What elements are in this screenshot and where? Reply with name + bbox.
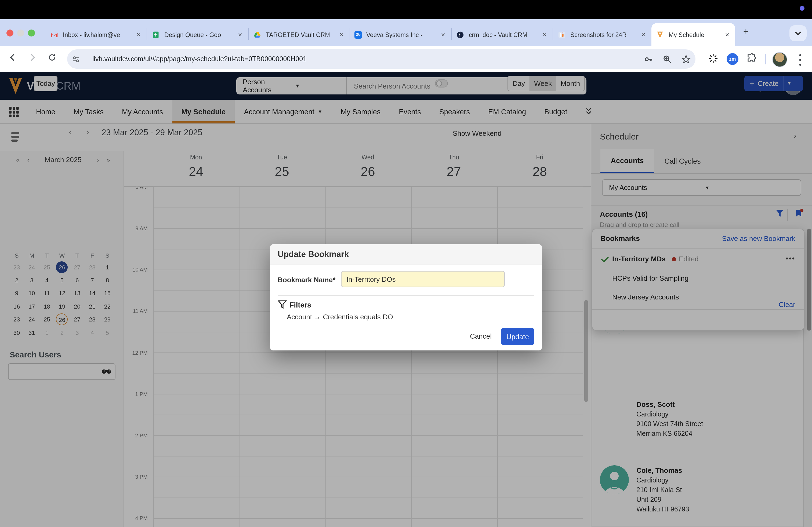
zoom-extension-label: zm <box>729 56 736 62</box>
calendar-day-number: 26 <box>356 32 361 37</box>
tab-close-icon[interactable]: × <box>541 31 548 39</box>
password-key-icon[interactable] <box>644 55 653 64</box>
tab-close-icon[interactable]: × <box>723 31 731 39</box>
tab-close-icon[interactable]: × <box>236 31 244 39</box>
filters-funnel-icon <box>278 300 287 311</box>
bookmark-name-input[interactable] <box>341 271 505 287</box>
url-text[interactable]: livh.vaultdev.com/ui/#app/page/my-schedu… <box>92 55 639 63</box>
browser-tab-my-schedule-active[interactable]: My Schedule × <box>651 23 735 46</box>
forward-button[interactable] <box>28 53 37 64</box>
filter-rule-text: Account → Credentials equals DO <box>287 313 393 321</box>
vault-doc-icon <box>456 30 465 39</box>
google-sheets-icon <box>151 30 160 39</box>
recording-indicator-dot <box>800 6 804 11</box>
new-tab-button[interactable]: + <box>743 26 749 37</box>
zoom-page-icon[interactable] <box>663 55 672 64</box>
window-zoom-button[interactable] <box>28 30 35 36</box>
tab-title: Veeva Systems Inc - <box>366 31 436 38</box>
browser-menu-icon[interactable]: ••• <box>797 52 803 67</box>
tab-search-chevron-button[interactable] <box>789 25 807 41</box>
browser-tab-screenshots[interactable]: Screenshots for 24R × <box>553 23 651 46</box>
window-minimize-button[interactable] <box>17 30 24 36</box>
bookmark-star-icon[interactable] <box>682 55 691 64</box>
browser-profile-avatar[interactable] <box>772 52 787 67</box>
browser-tab-targeted-vault[interactable]: TARGETED Vault CRM × <box>249 23 350 46</box>
tab-close-icon[interactable]: × <box>135 31 142 39</box>
browser-tab-inbox[interactable]: Inbox - liv.halom@ve × <box>46 23 147 46</box>
macos-menubar <box>0 0 812 19</box>
extensions-puzzle-icon[interactable] <box>746 53 757 66</box>
google-calendar-icon: 26 <box>354 31 362 39</box>
gmail-icon <box>50 30 59 39</box>
modal-title: Update Bookmark <box>278 250 349 259</box>
extension-spinner-icon[interactable] <box>708 53 719 66</box>
browser-tab-veeva-systems[interactable]: 26 Veeva Systems Inc - × <box>350 23 451 46</box>
tab-title: TARGETED Vault CRM <box>266 31 335 38</box>
filters-label: Filters <box>289 301 311 309</box>
vault-crm-app: Vault CRM Person Accounts ▼ <box>0 72 812 527</box>
tab-title: crm_doc - Vault CRM <box>469 31 538 38</box>
google-drive-icon <box>253 30 262 39</box>
tab-close-icon[interactable]: × <box>439 31 447 39</box>
bookmark-name-label: Bookmark Name* <box>278 276 335 284</box>
tab-title: Design Queue - Goo <box>164 31 233 38</box>
browser-tab-design-queue[interactable]: Design Queue - Goo × <box>147 23 248 46</box>
tab-title: My Schedule <box>669 31 720 38</box>
tab-title: Inbox - liv.halom@ve <box>63 31 132 38</box>
back-button[interactable] <box>9 53 17 64</box>
chevron-down-icon <box>795 31 801 35</box>
update-bookmark-modal: Update Bookmark Bookmark Name* Filters A… <box>270 244 542 350</box>
browser-tab-crm-doc[interactable]: crm_doc - Vault CRM × <box>452 23 553 46</box>
window-close-button[interactable] <box>6 30 13 36</box>
omnibox[interactable]: livh.vaultdev.com/ui/#app/page/my-schedu… <box>67 49 695 69</box>
tab-close-icon[interactable]: × <box>338 31 345 39</box>
veeva-v-icon <box>656 30 664 39</box>
cancel-button[interactable]: Cancel <box>470 332 492 340</box>
modal-divider <box>278 295 534 296</box>
screenshots-icon <box>557 30 566 39</box>
update-button[interactable]: Update <box>501 328 534 345</box>
reload-button[interactable] <box>48 53 56 64</box>
tab-title: Screenshots for 24R <box>570 31 636 38</box>
screen: Inbox - liv.halom@ve × Design Queue - Go… <box>0 0 812 527</box>
zoom-extension-icon[interactable]: zm <box>727 53 738 65</box>
tab-close-icon[interactable]: × <box>640 31 647 39</box>
site-settings-icon[interactable] <box>72 55 80 63</box>
toolbar-separator <box>765 54 766 64</box>
